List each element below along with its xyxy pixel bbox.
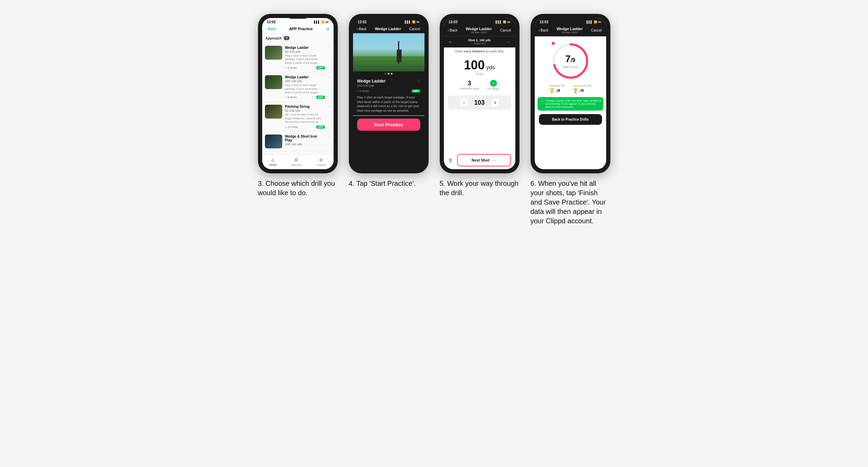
next-shot-arrow-5: → [491, 157, 496, 163]
drill-name-3: Wedge & Short Iron Play [285, 135, 325, 142]
shot-label-5: Shot 1, 100 yds [468, 38, 491, 42]
status-time-5: 13:03 [449, 20, 458, 24]
drill-info-2: Pitching String 55-100 yds Hit 1 shot at… [285, 105, 325, 128]
shots-label-2: 10 shots [287, 126, 298, 129]
previous-pb-label-6: Previous PB [549, 84, 565, 87]
battery-icon-6: 46 [598, 20, 601, 24]
nav-title-3: APP Practice [276, 27, 326, 31]
star-icon-2[interactable]: ☆ [328, 105, 331, 109]
stepper-minus-5[interactable]: − [459, 98, 469, 107]
drill-footer-4: ○ 9 shots APP [357, 89, 420, 93]
chevron-left-icon-6: ‹ [539, 28, 540, 32]
caption-5: 5. Work your way through the drill. [440, 179, 519, 198]
target-unit-5: yds [486, 64, 495, 70]
notch-6 [560, 14, 581, 19]
back-btn-4[interactable]: ‹ Back [357, 27, 367, 31]
chevron-left-icon-3: ‹ [266, 27, 267, 31]
back-btn-3[interactable]: ‹ Back [266, 27, 276, 31]
carry-instruction-5: Enter carry distance for each shot [444, 47, 515, 55]
stepper-plus-5[interactable]: + [491, 98, 500, 107]
screens-container: 13:02 ▌▌▌ 🛜 46 ‹ Back APP Practice ☰ [258, 14, 610, 226]
phone-inner-6: 13:03 ▌▌▌ 🛜 46 ‹ Back Wedge Ladder [535, 18, 606, 169]
next-shot-label-5: Next Shot [472, 158, 489, 162]
score-denom-6: /9 [571, 57, 575, 63]
difference-label-5: Difference (yds) [459, 87, 479, 90]
list-item[interactable]: Pitching String 55-100 yds Hit 1 shot at… [265, 102, 331, 131]
back-to-practice-btn-6[interactable]: Back to Practice Drills [539, 114, 602, 125]
star-icon-1[interactable]: ☆ [328, 75, 331, 79]
nav-title-top-5: Wedge Ladder [466, 27, 492, 31]
trophy-icon-prev-6: 🏆 [549, 88, 555, 93]
category-badge-3: Approach 7 [266, 36, 290, 40]
score-number-6: 7 [565, 53, 571, 64]
score-circle-container-6: 7/9 Total Score [535, 36, 606, 83]
start-practice-btn[interactable]: Start Practice [357, 119, 420, 131]
tab-capture-3[interactable]: ⊕ Capture [316, 157, 326, 166]
phone-4: 13:02 ▌▌▌ 🛜 46 ‹ Back Wedge Ladder Cance… [349, 14, 429, 173]
toast-close-btn-6[interactable]: × [599, 99, 601, 103]
status-icons-6: ▌▌▌ 🛜 46 [587, 20, 601, 24]
activities-icon-3: ♻ [294, 157, 299, 163]
trash-icon-5[interactable]: 🗑 [448, 157, 453, 163]
last-month-pb-6: Last month PB 🏆 -/9 [573, 84, 591, 93]
next-shot-bar-5: 🗑 Next Shot → [444, 151, 515, 169]
clock-icon-2: ○ [285, 126, 287, 129]
tab-capture-label-3: Capture [316, 163, 326, 166]
back-btn-5[interactable]: ‹ Back [448, 28, 458, 32]
signal-icon-6: ▌▌▌ [587, 20, 593, 24]
status-bar-4: 13:02 ▌▌▌ 🛜 46 [353, 18, 424, 25]
signal-icon-4: ▌▌▌ [405, 20, 411, 24]
shots-count-0: ○ 9 shots [285, 66, 297, 69]
drill-name-4: Wedge Ladder [357, 79, 386, 84]
star-icon-0[interactable]: ☆ [328, 46, 331, 50]
cancel-btn-4[interactable]: Cancel [409, 27, 420, 31]
tab-home-3[interactable]: ⌂ Home [269, 157, 276, 166]
drill-desc-2: Hit 1 shot at each of the 10 target dist… [285, 113, 325, 124]
next-shot-btn-5[interactable]: Next Shot → [457, 154, 511, 166]
nav-bar-3: ‹ Back APP Practice ☰ [262, 25, 334, 33]
prev-arrow-5[interactable]: ← [448, 39, 454, 45]
menu-btn-3[interactable]: ☰ [326, 27, 329, 31]
drill-desc-0: Play 1 shot at each target yardage. If y… [285, 54, 325, 65]
cancel-btn-5[interactable]: Cancel [500, 28, 511, 32]
shot-info-5: Shot 1, 100 yds Score 5/9 [468, 38, 491, 45]
star-icon-3[interactable]: ☆ [328, 135, 331, 138]
star-icon-4[interactable]: ☆ [417, 79, 420, 83]
back-label-6: Back [541, 28, 548, 32]
caption-3: 3. Choose which drill you would like to … [258, 179, 338, 198]
list-item[interactable]: Wedge Ladder 50-100 yds Play 1 shot at e… [265, 43, 331, 72]
tab-activities-3[interactable]: ♻ Activities [291, 157, 302, 166]
drill-img-0 [265, 46, 282, 60]
target-display-5: 100 yds Target [444, 55, 515, 77]
nav-title-sub-6: 06 Mar 2023 [548, 31, 591, 34]
status-time-3: 13:02 [267, 20, 276, 24]
drill-thumb-2 [265, 105, 282, 119]
drill-desc-4: Play 1 shot at each target yardage. If y… [357, 95, 420, 113]
drill-footer-0: ○ 9 shots APP [285, 66, 325, 69]
drill-desc-1: Play 1 shot at each target yardage. If y… [285, 84, 325, 94]
drill-name-0: Wedge Ladder [285, 46, 325, 50]
battery-icon-5: 46 [507, 20, 510, 24]
list-item[interactable]: Wedge Ladder 100-140 yds Play 1 shot at … [265, 72, 331, 102]
back-btn-6[interactable]: ‹ Back [539, 28, 549, 32]
next-arrow-5[interactable]: → [506, 39, 511, 45]
dot-2-4 [388, 73, 389, 75]
stepper-row-5: − 103 + [448, 95, 511, 110]
target-yds-5: 100 [464, 58, 485, 72]
signal-icon-5: ▌▌▌ [496, 20, 502, 24]
back-label-4: Back [359, 27, 367, 31]
drill-info-1: Wedge Ladder 100-140 yds Play 1 shot at … [285, 75, 325, 99]
drill-thumb-0 [265, 46, 282, 60]
battery-icon-3: 46 [326, 20, 329, 24]
screen-block-4: 13:02 ▌▌▌ 🛜 46 ‹ Back Wedge Ladder Cance… [349, 14, 429, 188]
caption-4: 4. Tap 'Start Practice'. [349, 179, 416, 188]
trophy-icon-month-6: 🏆 [573, 88, 578, 93]
score-total-label-6: Total Score [562, 65, 578, 69]
target-label-5: Target [444, 72, 515, 76]
shots-label-1: 9 shots [287, 96, 297, 99]
caption-6: 6. When you've hit all your shots, tap '… [531, 179, 610, 226]
dot-1-4 [385, 73, 386, 75]
app-badge-2: APP [316, 126, 325, 129]
cancel-btn-6[interactable]: Cancel [591, 28, 602, 32]
list-item[interactable]: Wedge & Short Iron Play 100-140 yds ☆ [265, 132, 331, 152]
